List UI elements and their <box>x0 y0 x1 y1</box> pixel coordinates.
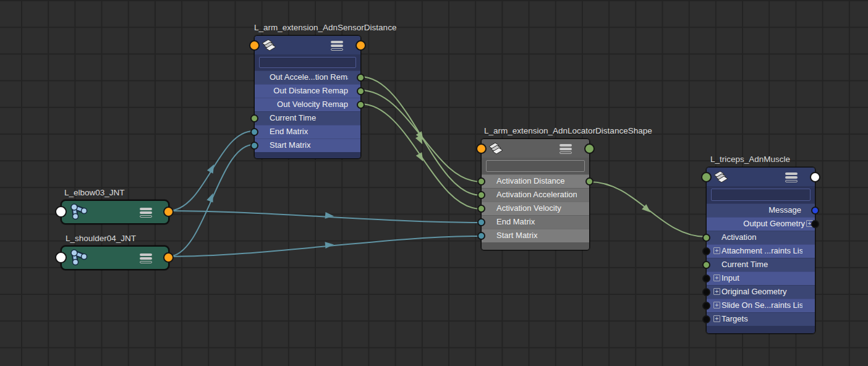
port-end-matrix[interactable] <box>477 218 485 226</box>
node-title: L_shoulder04_JNT <box>66 234 136 243</box>
node-title: L_arm_extension_AdnLocatorDistanceShape <box>484 126 652 135</box>
node-display-mode-icon[interactable] <box>560 144 572 155</box>
node-header[interactable] <box>255 36 360 54</box>
joint-icon <box>68 202 90 221</box>
row-start-matrix: Start Matrix <box>482 229 589 242</box>
node-display-mode-icon[interactable] <box>331 41 343 52</box>
node-header[interactable] <box>707 168 815 186</box>
expand-icon[interactable]: + <box>713 288 720 295</box>
expand-icon[interactable]: + <box>713 274 720 281</box>
node-adn-muscle[interactable]: L_triceps_AdnMuscle Message Output G <box>706 167 815 334</box>
wire-arrow <box>325 212 334 219</box>
node-output-port[interactable] <box>163 206 174 217</box>
node-header[interactable] <box>482 139 589 158</box>
node-rename-field[interactable] <box>259 57 356 68</box>
expand-icon[interactable]: + <box>713 302 720 309</box>
row-slide-on-segment-constraints-list: + Slide On Se...raints List <box>707 299 815 312</box>
row-activation: Activation <box>707 231 815 244</box>
node-display-mode-icon[interactable] <box>785 172 798 184</box>
row-output-geometry: Output Geometry + <box>707 217 815 231</box>
wire-arrow <box>325 241 334 249</box>
node-output-port[interactable] <box>163 252 174 263</box>
node-title: L_triceps_AdnMuscle <box>710 155 790 164</box>
port-activation-distance-out[interactable] <box>585 177 594 185</box>
attribute-rows: Activation Distance Activation Accelerat… <box>482 174 589 242</box>
node-footer <box>255 152 360 158</box>
node-title: L_elbow03_JNT <box>64 188 125 197</box>
rename-strip <box>255 54 360 70</box>
row-activation-distance: Activation Distance <box>482 174 589 188</box>
port-current-time[interactable] <box>702 261 710 269</box>
node-rename-field[interactable] <box>486 160 585 172</box>
port-output-geometry[interactable] <box>811 220 819 228</box>
attribute-rows: Out Accele...tion Remap Out Distance Rem… <box>255 70 360 152</box>
port-current-time[interactable] <box>250 114 258 122</box>
row-end-matrix: End Matrix <box>482 215 589 229</box>
node-output-port[interactable] <box>355 40 366 51</box>
row-activation-acceleration: Activation Acceleration <box>482 188 589 202</box>
node-output-port[interactable] <box>810 172 820 182</box>
node-input-port[interactable] <box>55 252 67 263</box>
shapes-stack-icon <box>488 141 504 156</box>
row-input: + Input <box>707 271 815 285</box>
node-editor-canvas[interactable]: L_arm_extension_AdnSensorDistance Out Ac… <box>0 0 868 366</box>
node-input-port[interactable] <box>249 40 260 51</box>
node-display-mode-icon[interactable] <box>140 208 152 219</box>
node-display-mode-icon[interactable] <box>140 253 152 265</box>
port-end-matrix[interactable] <box>250 128 258 136</box>
rename-strip <box>707 186 815 203</box>
row-targets: + Targets <box>707 312 815 326</box>
node-adn-sensor-distance[interactable]: L_arm_extension_AdnSensorDistance Out Ac… <box>254 35 361 159</box>
row-current-time: Current Time <box>707 258 815 271</box>
port-targets[interactable] <box>702 315 710 323</box>
row-out-distance-remap: Out Distance Remap <box>255 84 360 98</box>
expand-icon[interactable]: + <box>713 247 720 254</box>
joint-icon <box>68 248 90 266</box>
port-out-acceleration-remap[interactable] <box>357 74 365 82</box>
shapes-stack-icon <box>713 169 729 185</box>
port-start-matrix[interactable] <box>250 142 258 150</box>
wire-elbow-to-locator-end-matrix[interactable] <box>168 211 481 223</box>
row-out-acceleration-remap: Out Accele...tion Remap <box>255 70 360 84</box>
port-activation-velocity[interactable] <box>477 205 485 213</box>
port-attachment-constraints-list[interactable] <box>702 247 710 255</box>
row-end-matrix: End Matrix <box>255 125 360 138</box>
rename-strip <box>482 158 589 174</box>
node-input-port[interactable] <box>55 206 67 218</box>
port-activation[interactable] <box>702 234 710 242</box>
row-attachment-constraints-list: + Attachment ...raints List <box>707 244 815 258</box>
port-original-geometry[interactable] <box>702 288 710 296</box>
node-elbow-joint[interactable]: L_elbow03_JNT <box>61 200 169 224</box>
port-activation-distance-in[interactable] <box>477 177 485 185</box>
port-out-distance-remap[interactable] <box>357 87 365 95</box>
attribute-rows: Message Output Geometry + Activation + A… <box>707 203 815 326</box>
port-input[interactable] <box>702 274 710 283</box>
shapes-stack-icon <box>261 38 277 53</box>
row-out-velocity-remap: Out Velocity Remap <box>255 98 360 111</box>
row-original-geometry: + Original Geometry <box>707 285 815 299</box>
wire-shoulder-to-locator-start-matrix[interactable] <box>168 236 481 257</box>
port-slide-on-segment-constraints-list[interactable] <box>702 302 710 310</box>
node-footer <box>482 242 589 250</box>
port-message[interactable] <box>811 206 819 215</box>
node-input-port[interactable] <box>701 172 712 182</box>
node-adn-locator-distance-shape[interactable]: L_arm_extension_AdnLocatorDistanceShape … <box>481 138 590 250</box>
expand-icon[interactable]: + <box>713 315 720 322</box>
node-shoulder-joint[interactable]: L_shoulder04_JNT <box>61 245 169 270</box>
row-message: Message <box>707 203 815 217</box>
node-output-port[interactable] <box>584 143 595 154</box>
port-out-velocity-remap[interactable] <box>357 101 365 109</box>
row-activation-velocity: Activation Velocity <box>482 202 589 215</box>
node-title: L_arm_extension_AdnSensorDistance <box>254 23 396 32</box>
node-rename-field[interactable] <box>711 189 811 201</box>
row-current-time: Current Time <box>255 111 360 125</box>
port-activation-acceleration[interactable] <box>477 191 485 199</box>
node-footer <box>707 326 815 333</box>
row-start-matrix: Start Matrix <box>255 138 360 152</box>
port-start-matrix[interactable] <box>477 232 485 240</box>
node-input-port[interactable] <box>476 143 487 154</box>
